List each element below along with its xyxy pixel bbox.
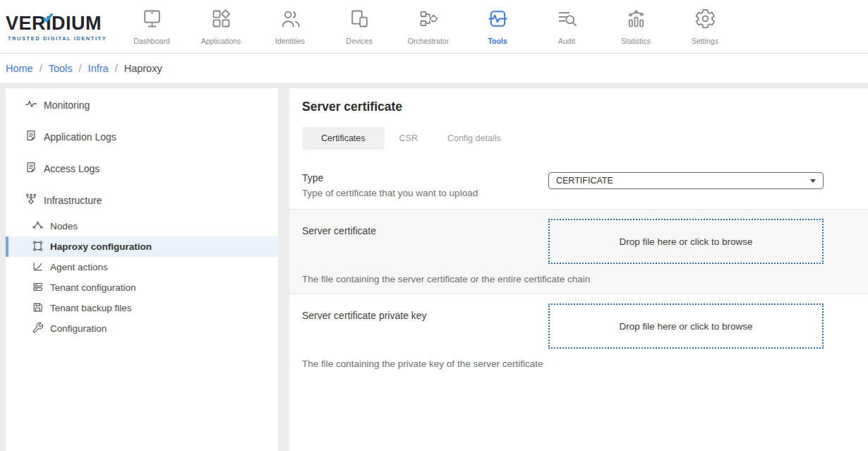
nav-item-label: Orchestrator xyxy=(408,37,449,45)
nav-item-label: Audit xyxy=(558,37,575,45)
infrastructure-icon xyxy=(25,193,37,208)
type-label: Type xyxy=(302,172,548,184)
breadcrumb-current: Haproxy xyxy=(124,63,162,74)
nav-item-settings[interactable]: Settings xyxy=(670,8,740,45)
nav-item-label: Dashboard xyxy=(133,37,169,45)
chevron-down-icon xyxy=(810,179,816,183)
content-area: Monitoring Application Logs Access Logs … xyxy=(0,83,868,451)
monitoring-icon xyxy=(25,97,37,112)
nav-item-label: Statistics xyxy=(621,37,651,45)
tab-csr[interactable]: CSR xyxy=(385,127,433,150)
sidebar-item-label: Infrastructure xyxy=(44,195,102,206)
nav-item-identities[interactable]: Identities xyxy=(255,8,325,45)
sidebar-item-application-logs[interactable]: Application Logs xyxy=(6,121,278,152)
nav-item-label: Applications xyxy=(201,37,241,45)
tenant-configuration-icon xyxy=(32,281,44,295)
type-label-block: Type Type of certificate that you want t… xyxy=(302,172,548,198)
nodes-icon xyxy=(32,220,44,234)
sidebar-item-monitoring[interactable]: Monitoring xyxy=(6,89,278,121)
sidebar-item-label: Monitoring xyxy=(44,100,90,111)
agent-actions-icon xyxy=(32,260,44,275)
logo-wordmark: VER I DIUM xyxy=(6,14,113,33)
breadcrumb-tools[interactable]: Tools xyxy=(49,63,73,74)
type-row: Type Type of certificate that you want t… xyxy=(289,161,868,209)
logo-tagline: TRUSTED DIGITAL IDENTITY xyxy=(8,35,113,42)
breadcrumb-separator: / xyxy=(40,63,42,74)
nav-item-label: Identities xyxy=(275,37,305,45)
tab-bar: Certificates CSR Config details xyxy=(302,127,868,150)
nav-items: Dashboard Applications xyxy=(117,8,740,45)
breadcrumb-separator: / xyxy=(115,63,118,74)
main-panel: Server certificate Certificates CSR Conf… xyxy=(289,88,868,451)
tools-icon xyxy=(487,8,509,32)
audit-icon xyxy=(556,8,578,32)
server-certificate-row: Server certificate Drop file here or cli… xyxy=(289,209,868,294)
sidebar-item-nodes[interactable]: Nodes xyxy=(6,216,278,236)
sidebar-item-label: Agent actions xyxy=(50,262,108,272)
access-logs-icon xyxy=(25,161,37,176)
server-certificate-dropzone[interactable]: Drop file here or click to browse xyxy=(548,219,824,264)
tab-config-details[interactable]: Config details xyxy=(433,127,516,150)
configuration-icon xyxy=(32,322,44,336)
sidebar-item-agent-actions[interactable]: Agent actions xyxy=(6,257,278,277)
sidebar-item-label: Haproxy configuration xyxy=(50,241,152,252)
server-certificate-help: The file containing the server certifica… xyxy=(302,274,824,284)
nav-item-applications[interactable]: Applications xyxy=(186,8,255,45)
logo-letter-i: I xyxy=(46,14,52,33)
sidebar-item-label: Configuration xyxy=(50,323,107,334)
page-title: Server certificate xyxy=(302,100,868,114)
nav-item-label: Devices xyxy=(346,37,372,45)
sidebar-item-tenant-backup-files[interactable]: Tenant backup files xyxy=(6,298,278,318)
logo-text-right: DIUM xyxy=(52,14,102,33)
application-logs-icon xyxy=(25,129,37,144)
nav-item-orchestrator[interactable]: Orchestrator xyxy=(394,8,463,45)
nav-item-devices[interactable]: Devices xyxy=(325,8,394,45)
settings-icon xyxy=(694,8,716,32)
devices-icon xyxy=(349,8,370,32)
sidebar-item-label: Application Logs xyxy=(44,131,116,143)
sidebar-item-label: Tenant backup files xyxy=(50,303,132,313)
breadcrumb-home[interactable]: Home xyxy=(6,63,33,74)
nav-item-label: Settings xyxy=(692,37,718,45)
nav-item-tools[interactable]: Tools xyxy=(463,8,532,45)
statistics-icon xyxy=(625,8,647,32)
tab-certificates[interactable]: Certificates xyxy=(302,127,385,150)
applications-icon xyxy=(210,8,232,32)
dropzone-text: Drop file here or click to browse xyxy=(619,236,752,247)
sidebar-item-tenant-configuration[interactable]: Tenant configuration xyxy=(6,277,278,298)
sidebar-item-haproxy-configuration[interactable]: Haproxy configuration xyxy=(6,236,278,257)
nav-item-audit[interactable]: Audit xyxy=(532,8,601,45)
private-key-row: Server certificate private key Drop file… xyxy=(289,294,868,378)
sidebar-item-infrastructure[interactable]: Infrastructure xyxy=(6,184,278,216)
veridium-logo[interactable]: VER I DIUM TRUSTED DIGITAL IDENTITY xyxy=(6,11,113,42)
private-key-dropzone[interactable]: Drop file here or click to browse xyxy=(548,303,824,349)
server-certificate-label: Server certificate xyxy=(302,225,548,264)
certificate-type-value: CERTIFICATE xyxy=(556,176,613,186)
certificate-type-select[interactable]: CERTIFICATE xyxy=(548,172,824,189)
nav-item-dashboard[interactable]: Dashboard xyxy=(117,8,186,45)
sidebar-item-label: Access Logs xyxy=(44,163,100,174)
sidebar-item-label: Nodes xyxy=(50,221,78,231)
dashboard-icon xyxy=(141,8,163,32)
checkmark-icon xyxy=(42,7,54,26)
type-help: Type of certificate that you want to upl… xyxy=(302,188,548,198)
breadcrumb: Home / Tools / Infra / Haproxy xyxy=(0,54,868,83)
identities-icon xyxy=(279,8,301,32)
breadcrumb-infra[interactable]: Infra xyxy=(88,63,109,74)
sidebar-item-configuration[interactable]: Configuration xyxy=(6,318,278,339)
tenant-backup-icon xyxy=(32,301,44,315)
haproxy-icon xyxy=(32,240,44,254)
nav-item-statistics[interactable]: Statistics xyxy=(601,8,670,45)
private-key-help: The file containing the private key of t… xyxy=(302,359,824,369)
logo-text-left: VER xyxy=(6,14,46,33)
nav-item-label: Tools xyxy=(488,37,507,45)
sidebar-item-label: Tenant configuration xyxy=(50,282,136,293)
sidebar-item-access-logs[interactable]: Access Logs xyxy=(6,152,278,184)
breadcrumb-separator: / xyxy=(79,63,82,74)
private-key-label: Server certificate private key xyxy=(302,310,548,349)
top-nav: VER I DIUM TRUSTED DIGITAL IDENTITY Dash… xyxy=(0,0,868,54)
dropzone-text: Drop file here or click to browse xyxy=(619,321,752,332)
orchestrator-icon xyxy=(418,8,440,32)
sidebar: Monitoring Application Logs Access Logs … xyxy=(6,88,278,451)
